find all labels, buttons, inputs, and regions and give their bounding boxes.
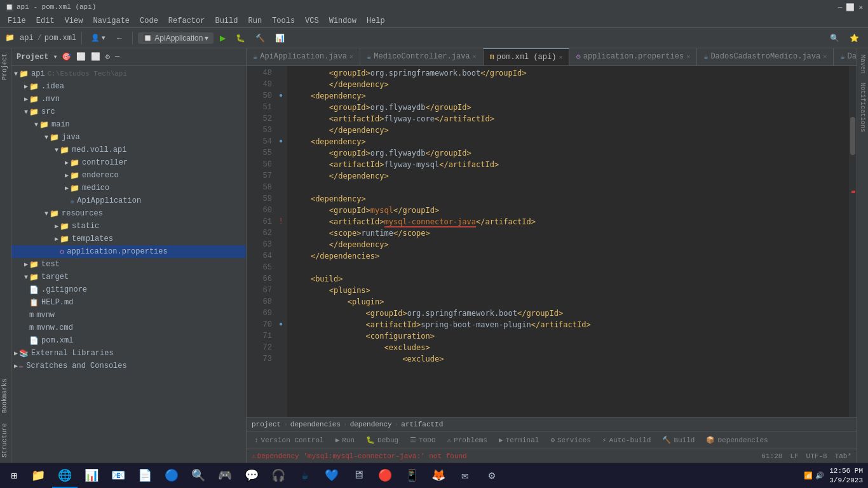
locate-icon[interactable]: 🎯 (60, 51, 72, 63)
tree-item-mvnw-cmd[interactable]: ▶ m mvnw.cmd (11, 322, 246, 334)
taskbar-app-discord[interactable]: 🎧 (266, 464, 291, 488)
project-side-label[interactable]: Project (0, 48, 11, 85)
tree-item-mvn[interactable]: ▶ 📁 .mvn (11, 93, 246, 105)
menu-help[interactable]: Help (362, 15, 390, 27)
menu-refactor[interactable]: Refactor (163, 15, 210, 27)
bottom-tab-terminal[interactable]: ▶ Terminal (494, 435, 544, 445)
tree-item-templates[interactable]: ▶ 📁 templates (11, 233, 246, 245)
tab-pom-xml[interactable]: m pom.xml (api) ✕ (484, 48, 570, 65)
tree-item-pom-xml[interactable]: ▶ 📄 pom.xml (11, 334, 246, 347)
taskbar-app-firefox[interactable]: 🦊 (426, 464, 451, 488)
breadcrumb-dependency[interactable]: dependency (350, 421, 392, 428)
menu-vcs[interactable]: VCS (300, 15, 324, 27)
minimize-btn[interactable]: — (838, 3, 843, 11)
tree-item-resources[interactable]: ▼ 📁 resources (11, 207, 246, 220)
tree-item-idea[interactable]: ▶ 📁 .idea (11, 80, 246, 93)
tree-item-controller[interactable]: ▶ 📁 controller (11, 156, 246, 169)
bottom-tab-services[interactable]: ⚙ Services (545, 435, 595, 445)
bottom-tab-debug[interactable]: 🐛 Debug (361, 435, 403, 445)
taskbar-app-chrome[interactable]: 🔵 (159, 464, 184, 488)
build-btn[interactable]: 🔨 (252, 32, 269, 44)
breadcrumb-artifactId[interactable]: artifactId (401, 421, 443, 428)
tree-item-ApiApplication[interactable]: ▶ ☕ ApiApplication (11, 194, 246, 207)
menu-edit[interactable]: Edit (31, 15, 60, 27)
menu-code[interactable]: Code (135, 15, 163, 27)
profile-btn[interactable]: 👤 ▾ (87, 32, 109, 43)
taskbar-app-teams[interactable]: 💬 (239, 464, 264, 488)
maximize-btn[interactable]: ⬜ (846, 3, 855, 11)
notifications-label[interactable]: Notifications (858, 79, 867, 136)
maven-label[interactable]: Maven (858, 51, 867, 78)
tab-dados-cadastro[interactable]: ☕ DadosCadastroMedico.java ✕ (697, 48, 834, 65)
tab-app-props[interactable]: ⚙ application.properties ✕ (569, 48, 697, 65)
start-btn[interactable]: ⊞ (3, 464, 25, 487)
tab-ApiApplication[interactable]: ☕ ApiApplication.java ✕ (247, 48, 360, 65)
taskbar-app-vscode[interactable]: 💙 (319, 464, 344, 488)
taskbar-app-word[interactable]: 📄 (132, 464, 158, 488)
run-btn[interactable]: ▶ (216, 32, 229, 44)
menu-tools[interactable]: Tools (267, 15, 300, 27)
taskbar-app-java2[interactable]: ☕ (292, 464, 318, 488)
code-area[interactable]: <groupId>org.springframework.boot</group… (287, 66, 849, 417)
tab-dados-endereco[interactable]: ☕ DadosEndereco.j... ✕ (834, 48, 857, 65)
debug-btn[interactable]: 🐛 (232, 32, 249, 44)
tree-item-mvnw[interactable]: ▶ m mvnw (11, 309, 246, 322)
taskbar-app-edge[interactable]: 🌐 (52, 464, 78, 488)
tree-item-ext-libs[interactable]: ▶ 📚 External Libraries (11, 347, 246, 360)
tab-close-props[interactable]: ✕ (686, 53, 690, 60)
tree-item-static[interactable]: ▶ 📁 static (11, 220, 246, 233)
tab-close-dados[interactable]: ✕ (823, 53, 827, 60)
tab-close-medico[interactable]: ✕ (473, 53, 477, 60)
settings-icon[interactable]: ⚙ (104, 51, 111, 63)
taskbar-app-app2[interactable]: 🔍 (186, 464, 211, 488)
bottom-tab-autobuild[interactable]: ⚡ Auto-build (597, 435, 656, 445)
bottom-tab-dependencies[interactable]: 📦 Dependencies (701, 435, 773, 445)
tree-item-medico[interactable]: ▶ 📁 medico (11, 182, 246, 194)
taskbar-app-explorer[interactable]: 📁 (25, 464, 51, 488)
close-btn[interactable]: ✕ (858, 3, 863, 11)
tree-item-scratches[interactable]: ▶ ✏ Scratches and Consoles (11, 360, 246, 372)
run-config-btn[interactable]: 🔲 ApiApplication ▾ (138, 32, 214, 44)
bookmarks-side-label[interactable]: Bookmarks (0, 374, 11, 418)
tree-item-med-voll-api[interactable]: ▼ 📁 med.voll.api (11, 144, 246, 156)
taskbar-app-excel[interactable]: 📊 (79, 464, 104, 488)
bookmark-btn[interactable]: ⭐ (846, 32, 863, 44)
tree-item-gitignore[interactable]: ▶ 📄 .gitignore (11, 283, 246, 296)
tree-item-java[interactable]: ▼ 📁 java (11, 131, 246, 144)
bottom-tab-run[interactable]: ▶ Run (330, 435, 360, 445)
tree-item-src[interactable]: ▼ 📁 src (11, 105, 246, 118)
structure-side-label[interactable]: Structure (0, 418, 11, 463)
tab-close-api-app[interactable]: ✕ (349, 53, 353, 60)
collapse-all-icon[interactable]: ⬜ (75, 51, 87, 63)
tree-item-main[interactable]: ▼ 📁 main (11, 118, 246, 131)
bottom-tab-vcs[interactable]: ↕ Version Control (249, 435, 329, 445)
tab-close-pom[interactable]: ✕ (559, 53, 562, 61)
taskbar-app-intellij[interactable]: 🖥 (346, 464, 371, 488)
menu-file[interactable]: File (3, 15, 31, 27)
back-btn[interactable]: ← (112, 32, 127, 44)
breadcrumb-project[interactable]: project (252, 421, 281, 428)
taskbar-app-steam[interactable]: 🎮 (212, 464, 238, 488)
taskbar-app-outlook[interactable]: 📧 (105, 464, 131, 488)
breadcrumb-dependencies[interactable]: dependencies (290, 421, 341, 428)
bottom-tab-todo[interactable]: ☰ TODO (405, 435, 440, 445)
close-panel-icon[interactable]: — (114, 51, 121, 63)
tree-item-target[interactable]: ▼ 📁 target (11, 271, 246, 283)
menu-navigate[interactable]: Navigate (88, 15, 135, 27)
menu-build[interactable]: Build (210, 15, 243, 27)
search-btn[interactable]: 🔍 (826, 32, 843, 44)
bottom-tab-build[interactable]: 🔨 Build (657, 435, 700, 445)
bottom-tab-problems[interactable]: ⚠ Problems (442, 435, 492, 445)
menu-view[interactable]: View (60, 15, 88, 27)
menu-run[interactable]: Run (243, 15, 267, 27)
menu-window[interactable]: Window (324, 15, 362, 27)
expand-all-icon[interactable]: ⬜ (90, 51, 102, 63)
taskbar-app-chrome2[interactable]: 🔴 (372, 464, 398, 488)
taskbar-app-misc1[interactable]: 📱 (399, 464, 424, 488)
tree-item-endereco[interactable]: ▶ 📁 endereco (11, 169, 246, 182)
tree-item-test[interactable]: ▶ 📁 test (11, 258, 246, 271)
taskbar-app-mail[interactable]: ✉ (452, 464, 478, 488)
tree-item-api[interactable]: ▼ 📁 api C:\Estudos Tech\api (11, 67, 246, 80)
tree-item-help-md[interactable]: ▶ 📋 HELP.md (11, 296, 246, 309)
taskbar-clock[interactable]: 12:56 PM 3/9/2023 (829, 466, 863, 485)
